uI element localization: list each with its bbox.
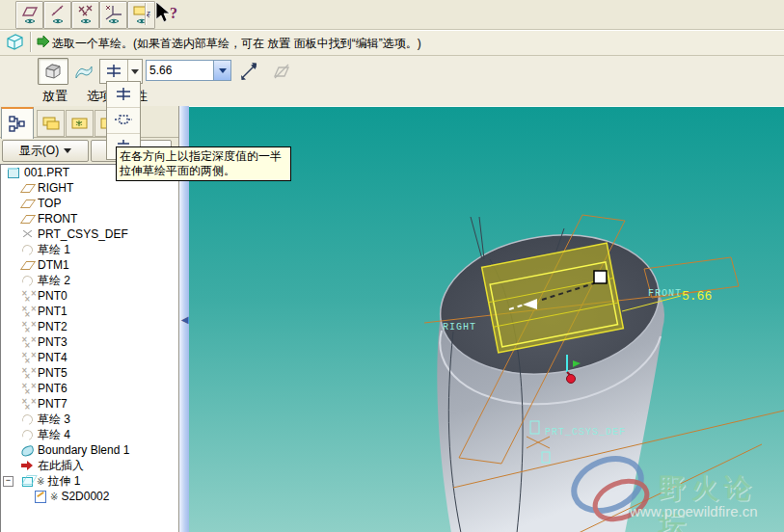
sketch-icon — [20, 412, 35, 426]
tree-item[interactable]: 草绘 2 — [1, 273, 178, 288]
tree-item[interactable]: DTM1 — [1, 257, 178, 273]
layer-tree-icon — [70, 115, 90, 132]
solid-button[interactable] — [38, 58, 68, 85]
tree-item[interactable]: RIGHT — [1, 180, 178, 196]
collapse-panel-icon[interactable]: ◀ — [181, 314, 189, 325]
tree-item-label: PNT2 — [35, 320, 68, 333]
tree-item-label: PRT_CSYS_DEF — [35, 227, 128, 241]
tree-item-label: Boundary Blend 1 — [35, 443, 129, 457]
tooltip-line2: 拉伸草绘平面的两侧。 — [120, 164, 287, 178]
show-dropdown-button[interactable]: 显示(O) — [2, 140, 89, 162]
tree-item-label: 在此插入 — [35, 458, 84, 474]
expander-icon[interactable] — [3, 476, 14, 487]
front-plane-label[interactable]: FRONT — [648, 288, 682, 299]
point-display-icon — [75, 4, 96, 27]
axis-display-button[interactable] — [43, 1, 71, 29]
tree-item[interactable]: PNT7 — [1, 396, 178, 412]
watermark-url: www.proewildfire.cn — [630, 503, 758, 519]
depth-option-dropdown-arrow[interactable] — [127, 60, 141, 83]
csys-icon — [20, 227, 35, 241]
tree-item[interactable]: ※S2D0002 — [1, 489, 178, 504]
depth-dimension-label[interactable]: 5.66 — [682, 289, 712, 304]
plane-icon — [20, 181, 35, 195]
proe-window: z ? 选取一个草绘。(如果首选内部草绘，可在 放置 面板中找到“编辑”选项。) — [0, 0, 784, 532]
axis-display-icon — [47, 4, 68, 27]
tree-item[interactable]: PNT6 — [1, 381, 178, 396]
tree-item[interactable]: Boundary Blend 1 — [1, 442, 178, 458]
tree-item-label: PNT7 — [35, 397, 68, 411]
annotation-display-icon: z — [131, 4, 152, 27]
surface-icon — [74, 63, 94, 80]
tree-item[interactable]: 草绘 4 — [1, 427, 178, 442]
tree-item-label: TOP — [35, 197, 61, 210]
tree-item[interactable]: PNT0 — [1, 288, 178, 304]
datum-display-toolbar: z ? — [0, 0, 784, 30]
tree-item[interactable]: 草绘 3 — [1, 412, 178, 427]
point-icon — [20, 320, 35, 333]
tree-item-label: 拉伸 1 — [44, 473, 80, 490]
flyout-to-selected-option[interactable] — [107, 108, 140, 134]
tree-item-label: PNT1 — [35, 305, 68, 318]
watermark-title: 野火论坛 — [659, 470, 784, 532]
plane-icon — [20, 197, 35, 210]
csys-label[interactable]: PRT_CSYS_DEF — [545, 427, 626, 438]
navigator-tabbar — [0, 107, 178, 138]
point-icon — [20, 397, 35, 411]
to-selected-depth-icon — [114, 111, 133, 130]
depth-value-dropdown-arrow[interactable] — [213, 61, 230, 80]
point-icon — [20, 351, 35, 364]
point-display-button[interactable] — [71, 1, 99, 29]
layer-tree-button[interactable] — [66, 110, 94, 137]
symmetric-depth-icon — [100, 60, 127, 83]
model-tree-icon — [8, 115, 27, 134]
model-tree-tab[interactable] — [1, 107, 34, 139]
context-help-cursor-icon: ? — [152, 1, 183, 31]
tree-item[interactable]: PNT4 — [1, 350, 178, 365]
prompt-arrow-icon — [37, 35, 50, 51]
csys-display-button[interactable] — [99, 1, 127, 29]
tree-item[interactable]: PNT3 — [1, 334, 178, 350]
tab-placement[interactable]: 放置 — [37, 88, 73, 104]
datum-plane-display-button[interactable] — [15, 1, 43, 29]
tree-item[interactable]: PNT1 — [1, 304, 178, 319]
tree-item[interactable]: FRONT — [1, 211, 178, 226]
folders-button[interactable] — [37, 110, 65, 137]
tree-item[interactable]: 在此插入 — [1, 458, 178, 473]
remove-material-icon — [272, 62, 291, 81]
flyout-symmetric-option[interactable] — [107, 82, 140, 108]
datum-point-highlight[interactable] — [567, 375, 576, 384]
model-tree: 001.PRTRIGHTTOPFRONTPRT_CSYS_DEF草绘 1DTM1… — [0, 164, 178, 532]
insert-icon — [20, 459, 35, 472]
depth-value-input[interactable] — [147, 61, 213, 80]
depth-value-combo — [146, 60, 231, 81]
blend-icon — [20, 443, 35, 457]
flip-direction-button[interactable] — [234, 58, 263, 85]
surface-button[interactable] — [68, 58, 99, 85]
svg-text:?: ? — [170, 5, 177, 21]
solid-icon — [43, 62, 63, 81]
symmetric-depth-icon — [114, 85, 133, 104]
tree-item-label: FRONT — [35, 212, 77, 226]
depth-drag-handle[interactable] — [594, 271, 607, 283]
sketch-icon — [20, 274, 35, 287]
plane-icon — [20, 212, 35, 226]
tree-item[interactable]: PNT5 — [1, 365, 178, 381]
message-separator — [30, 32, 32, 52]
tree-item[interactable]: 草绘 1 — [1, 242, 178, 257]
point-icon — [20, 305, 35, 318]
point-icon — [20, 382, 35, 395]
tree-item-label: PNT3 — [35, 335, 68, 349]
tree-item[interactable]: TOP — [1, 196, 178, 211]
remove-material-button — [267, 58, 296, 85]
tree-item-label: 草绘 2 — [35, 273, 70, 289]
tree-item[interactable]: ※拉伸 1 — [1, 473, 178, 489]
right-plane-label[interactable]: RIGHT — [443, 322, 476, 332]
point-icon — [20, 289, 35, 303]
annotation-display-button[interactable]: z — [127, 1, 155, 29]
tree-item-label: RIGHT — [35, 181, 73, 195]
point-icon — [20, 335, 35, 349]
tree-item[interactable]: PRT_CSYS_DEF — [1, 226, 178, 242]
tree-item-label: 草绘 1 — [35, 242, 70, 258]
part-icon — [7, 166, 21, 179]
tree-item[interactable]: PNT2 — [1, 319, 178, 334]
